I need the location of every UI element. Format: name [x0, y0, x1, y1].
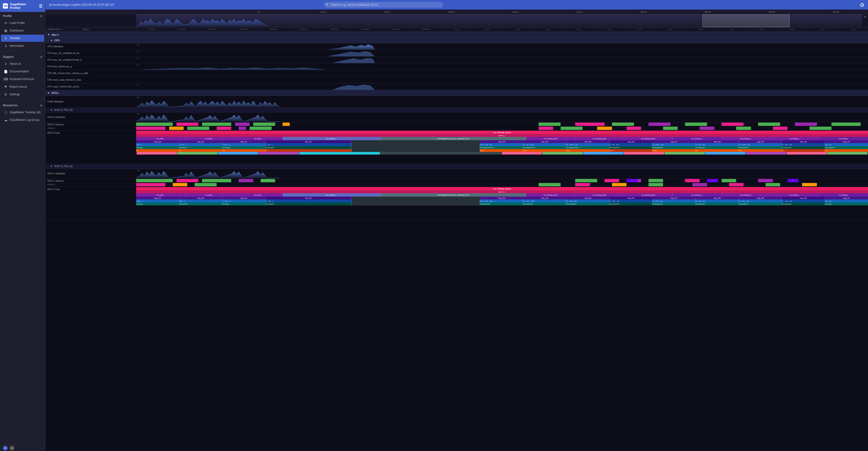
mini-block-2[interactable] [177, 152, 218, 155]
gpu1-fwd-bwd-11[interactable]: fo... back... opti... [739, 200, 782, 203]
gpu0-s1-block-13[interactable] [758, 123, 780, 126]
gpu1-fwd-bwd-7[interactable]: for... back... opti... [566, 200, 609, 203]
gpu1-step-229[interactable]: step_229 [136, 197, 179, 200]
gpu1-s2-block-2[interactable] [173, 183, 187, 186]
gpu0-s1-block-15[interactable] [832, 123, 861, 126]
host1-subsection-header[interactable]: ▼ HOST-0, PID-128 [45, 164, 868, 169]
gpu1-fwd-bwd-12[interactable]: fo... back... opti... [782, 200, 825, 203]
gpu1-strategy-10[interactable]: [Strategy]DDP... [695, 203, 739, 205]
run-train-batch-5[interactable]: run_training_... [771, 137, 819, 140]
sidebar-item-cloudwatch[interactable]: ☁ CloudWatch Log Group [1, 116, 44, 123]
gpu1-s1-block-3[interactable] [202, 179, 231, 182]
gpu1-step-240[interactable]: step_240 [782, 197, 825, 200]
fwd-bwd-7[interactable]: for... backw... opti... [566, 143, 609, 146]
epoch1-bar[interactable]: epoch_1 [136, 134, 868, 137]
gpu1-s1-block-6[interactable] [575, 179, 597, 182]
gpu1-fwd-bwd-4[interactable]: f... back... o... [266, 200, 351, 203]
gpu1-s2-block-6[interactable] [612, 183, 626, 186]
fwd-bwd-9[interactable]: fo... backw... opti... [652, 143, 695, 146]
fwd-bwd-13[interactable]: bac... opt... [825, 143, 868, 146]
sidebar-item-docs[interactable]: 📄 Documentation [1, 68, 44, 75]
strategy-10[interactable]: [Strategy]DDP... [695, 146, 739, 149]
gpu1-s2-block-4[interactable] [538, 183, 561, 186]
gpu1-step-234[interactable]: step_234 [523, 197, 566, 200]
gpu1-s1-block-11[interactable] [721, 179, 736, 182]
gpu1-s1-block-2[interactable] [177, 179, 198, 182]
mini-block-14[interactable] [827, 152, 868, 155]
gpu1-step-235[interactable]: step_235 [566, 197, 610, 200]
strategy-4[interactable]: [Strategy]DD... [266, 146, 351, 149]
run-train-b-2[interactable]: run_training... [819, 137, 868, 140]
fwd-bwd-3[interactable]: f... bac... o... [222, 143, 266, 146]
strategy-8[interactable]: [Strategy]DDPS... [609, 146, 653, 149]
train-dataloader[interactable]: [TrainingEpochLoop].train_dataloader_nex… [380, 137, 526, 140]
step-233[interactable]: step_233 [480, 140, 523, 143]
gpu1-run-train-batch-1[interactable]: run_training_batch [526, 193, 575, 197]
gpu1-fwd-bwd-6[interactable]: for... back... optim... [523, 200, 566, 203]
gpu0-s1-block-4[interactable] [235, 123, 250, 126]
step-240[interactable]: step_240 [782, 140, 825, 143]
mini-block-3[interactable] [218, 152, 258, 155]
sidebar-item-report[interactable]: ⚑ Report issuus [1, 83, 44, 90]
run-train-2[interactable]: run_traini... [185, 137, 234, 140]
mini-block-10[interactable] [664, 152, 705, 155]
gpu0-s2-block-11[interactable] [663, 127, 678, 130]
gpu1-n-block-2[interactable]: n [707, 179, 718, 182]
gpu1-s1-block-5[interactable] [260, 179, 275, 182]
opt-4[interactable]: opt... [266, 149, 351, 152]
gpu1-strategy-1[interactable]: [Strategy]... [136, 203, 179, 205]
strategy-9[interactable]: [Strategy]DDPS... [652, 146, 695, 149]
gpu0-s1-block-9[interactable] [612, 123, 634, 126]
gpu0-s2-block-5[interactable] [239, 127, 246, 130]
timeline-container[interactable]: 0s 42.5s 84.5s 126.8s 169.1s 211.4s 253.… [45, 9, 868, 451]
mini-block-12[interactable] [746, 152, 786, 155]
mini-block-6[interactable] [502, 152, 542, 155]
opt-8[interactable]: optimi... [609, 149, 653, 152]
gpu1-strategy-5[interactable]: [Strategy]h.NPS... [480, 203, 523, 205]
opt-11[interactable]: opti... [739, 149, 782, 152]
gpu1-step-236[interactable]: step_236 [610, 197, 653, 200]
gpu1-run-train-4[interactable]: run_training_... [283, 193, 380, 197]
gpu0-s2-block-14[interactable] [773, 127, 787, 130]
step-241[interactable]: step_241 [825, 140, 868, 143]
algo1-section-header[interactable]: ▼ algo-1 [45, 32, 868, 37]
step-234[interactable]: step_234 [523, 140, 566, 143]
gpu1-fwd-bwd-13[interactable]: bac... opt... [825, 200, 868, 203]
gpu1-strategy-8[interactable]: [Strategy]hNPS... [609, 203, 653, 205]
gpu0-s1-block-11[interactable] [685, 123, 707, 126]
mini-block-1[interactable] [136, 152, 177, 155]
gpu1-s2-block-3[interactable] [195, 183, 217, 186]
gpu0-s1-block-3[interactable] [202, 123, 231, 126]
opt-9[interactable]: optimi... [652, 149, 695, 152]
gpu0-s1-block-6[interactable] [283, 123, 290, 126]
step-235[interactable]: step_235 [566, 140, 610, 143]
gpu1-s1-block-9[interactable] [649, 179, 663, 182]
zoom-indicator[interactable] [703, 14, 789, 27]
run-train-3[interactable]: run_traini... [234, 137, 283, 140]
host0-subsection-header[interactable]: ▼ HOST-0, PID-126 [45, 108, 868, 113]
opt-6[interactable]: optimi... [523, 149, 566, 152]
gpu0-s2-block-8[interactable] [561, 127, 583, 130]
step-237[interactable]: step_237 [653, 140, 696, 143]
sidebar-item-keyboard[interactable]: ⌨ Keyboard shortcuts [1, 76, 44, 83]
strategy-5[interactable]: [Strategy]DDPStrate... [480, 146, 523, 149]
gpu1-run-train-batch-3[interactable]: run_training_batch [624, 193, 673, 197]
gpu1-s1-block-4[interactable] [239, 179, 253, 182]
gpu0-s1-block-14[interactable] [795, 123, 817, 126]
step-232[interactable]: step_232 [266, 140, 351, 143]
gpu0-s1-block-5[interactable] [253, 123, 275, 126]
gpu1-n-block-3[interactable]: n [787, 179, 799, 182]
run-train-batch-4[interactable]: run_training_b... [721, 137, 771, 140]
gpu1-fwd-bwd-10[interactable]: fo... bac... opti... [695, 200, 739, 203]
gpu1-s1-block-1[interactable] [136, 179, 173, 182]
gpu1-strategy-3[interactable]: [Strategy]... [222, 203, 266, 205]
gpu1-host-area[interactable]: run_training_epoch epoch_1 run_traini...… [136, 187, 868, 220]
run-training-epoch-bar[interactable]: run_training_epoch [136, 131, 868, 134]
step-230[interactable]: step_230 [179, 140, 222, 143]
gpu0-s2-block-6[interactable] [250, 127, 272, 130]
strategy-11[interactable]: [Strategy]DOP... [739, 146, 782, 149]
run-train-batch-2[interactable]: run_training_batch [575, 137, 624, 140]
gpu0-s2-block-7[interactable] [538, 127, 553, 130]
mini-block-9[interactable] [624, 152, 664, 155]
gpu1-step-231[interactable]: step_231 [222, 197, 266, 200]
